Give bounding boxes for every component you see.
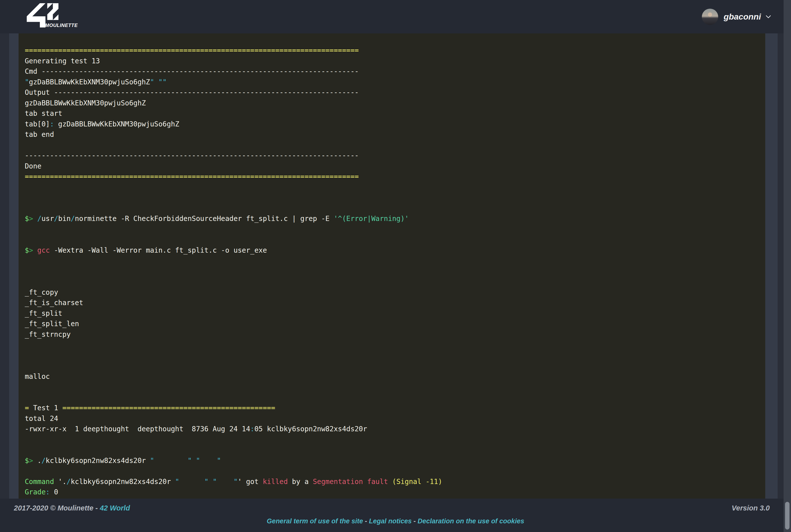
terminal-line (25, 382, 765, 393)
terminal-line: $> /usr/bin/norminette -R CheckForbidden… (25, 213, 765, 224)
42-moulinette-logo[interactable]: MOULINETTE (27, 3, 79, 33)
terminal-line: tab end (25, 129, 765, 140)
terminal-line: ========================================… (25, 171, 765, 182)
terminal-line: _ft_copy (25, 287, 765, 298)
terminal-line: ----------------------------------------… (25, 150, 765, 161)
terminal-line (25, 203, 765, 214)
terminal-line: _ft_is_charset (25, 298, 765, 308)
terminal-line (25, 350, 765, 361)
terminal-line (25, 361, 765, 372)
avatar[interactable] (702, 9, 718, 25)
terminal-line: Done (25, 161, 765, 172)
terminal-line: gzDaBBLBWwKkEbXNM30pwjuSo6ghZ (25, 98, 765, 109)
terminal-line: Generating test 13 (25, 56, 765, 66)
terminal-line (25, 340, 765, 350)
terminal-line: tab start (25, 108, 765, 119)
footer-link-separator: - (363, 517, 369, 525)
footer-links: General term of use of the site - Legal … (0, 517, 791, 525)
terminal-line: _ft_split_len (25, 319, 765, 329)
page-scrollbar[interactable] (784, 0, 791, 532)
terminal-line (25, 140, 765, 151)
chevron-down-icon[interactable] (766, 13, 771, 18)
main-content: ========================================… (0, 33, 791, 499)
terminal-line: ========================================… (25, 45, 765, 56)
terminal-line (25, 393, 765, 403)
footer-link-42-world[interactable]: 42 World (100, 504, 130, 512)
terminal-line (25, 182, 765, 193)
terminal-line (25, 435, 765, 445)
terminal-line: total 24 (25, 414, 765, 424)
terminal-line (25, 224, 765, 235)
terminal-line: = Test 1 ===============================… (25, 403, 765, 414)
footer-copyright: 2017-2020 © Moulinette - 42 World (14, 504, 130, 512)
terminal-line: Command './kclbky6sopn2nw82xs4ds20r " " … (25, 477, 765, 487)
terminal-line (25, 266, 765, 277)
header: MOULINETTE gbaconni (0, 0, 791, 33)
copyright-text: 2017-2020 © Moulinette - (14, 504, 100, 512)
terminal-line: Cmd ------------------------------------… (25, 66, 765, 77)
username: gbaconni (724, 12, 761, 21)
terminal-line (25, 234, 765, 245)
terminal-line (25, 192, 765, 203)
terminal-line: -rwxr-xr-x 1 deepthought deepthought 873… (25, 424, 765, 435)
footer-link[interactable]: Legal notices (369, 517, 412, 525)
terminal-output: ========================================… (19, 33, 765, 499)
footer-link[interactable]: General term of use of the site (267, 517, 363, 525)
terminal-line (25, 445, 765, 456)
terminal-line: malloc (25, 372, 765, 382)
left-gutter (9, 33, 19, 499)
terminal-line: $> gcc -Wextra -Wall -Werror main.c ft_s… (25, 245, 765, 256)
terminal-line: "gzDaBBLBWwKkEbXNM30pwjuSo6ghZ" "" (25, 77, 765, 88)
terminal-line: _ft_strncpy (25, 329, 765, 340)
footer-link-separator: - (411, 517, 418, 525)
footer-link[interactable]: Declaration on the use of cookies (418, 517, 524, 525)
terminal-line: _ft_split (25, 308, 765, 319)
terminal-scroll-track[interactable] (765, 33, 778, 499)
footer: 2017-2020 © Moulinette - 42 World Versio… (0, 499, 791, 532)
terminal-line (25, 466, 765, 477)
terminal-line (25, 277, 765, 287)
footer-version: Version 3.0 (732, 504, 770, 512)
terminal-line (25, 255, 765, 266)
terminal-line: Grade: 0 (25, 487, 765, 498)
terminal-line: Output ---------------------------------… (25, 87, 765, 98)
user-menu[interactable]: gbaconni (702, 9, 770, 25)
terminal-line: $> ./kclbky6sopn2nw82xs4ds20r " " " " (25, 456, 765, 466)
terminal-line: tab[0]: gzDaBBLBWwKkEbXNM30pwjuSo6ghZ (25, 119, 765, 130)
page-scrollbar-thumb[interactable] (785, 502, 790, 530)
logo-subtitle: MOULINETTE (45, 22, 78, 28)
